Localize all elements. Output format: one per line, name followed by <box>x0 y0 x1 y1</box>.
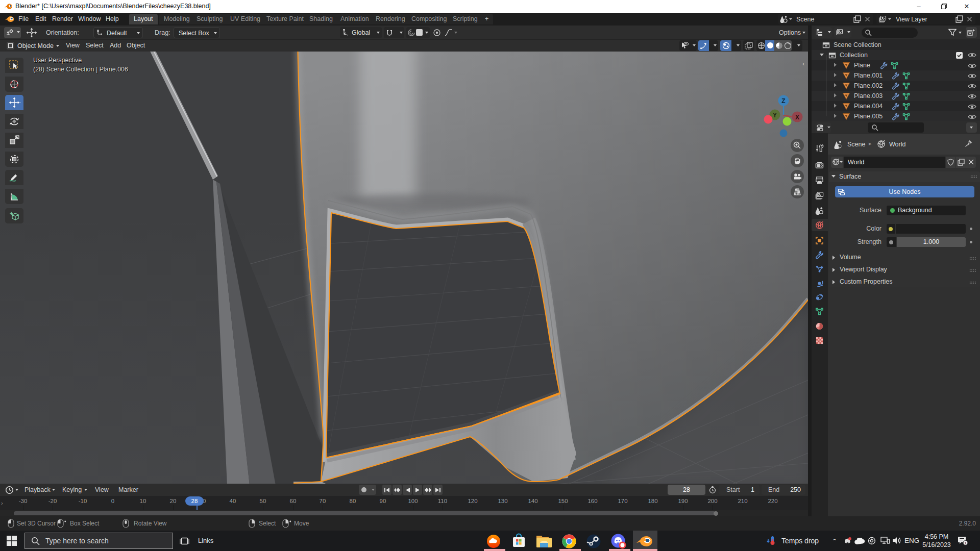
svg-text:Z: Z <box>781 97 785 105</box>
svg-text:1: 1 <box>964 541 967 545</box>
svg-text:Y: Y <box>773 112 777 119</box>
svg-text:X: X <box>795 114 799 121</box>
